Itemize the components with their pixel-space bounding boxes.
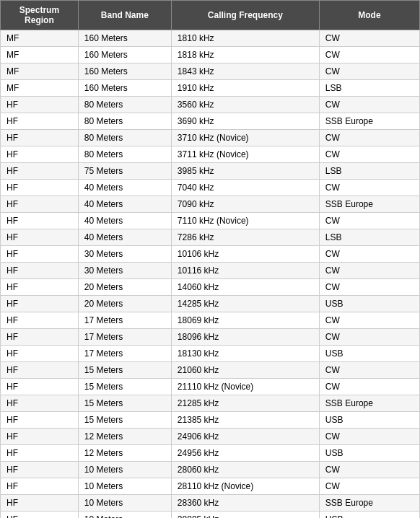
cell-mode: CW <box>319 180 419 196</box>
col-header-band: Band Name <box>78 1 171 30</box>
cell-spectrum: HF <box>1 229 79 246</box>
cell-frequency: 3710 kHz (Novice) <box>171 130 319 146</box>
cell-mode: SSB Europe <box>319 196 419 213</box>
cell-frequency: 1818 kHz <box>171 47 319 63</box>
cell-band: 20 Meters <box>78 296 171 312</box>
cell-band: 17 Meters <box>78 346 171 362</box>
table-row: MF160 Meters1843 kHzCW <box>1 63 420 80</box>
cell-mode: USB <box>319 296 419 312</box>
cell-spectrum: HF <box>1 429 79 445</box>
cell-mode: CW <box>319 462 419 478</box>
cell-band: 80 Meters <box>78 130 171 146</box>
cell-frequency: 24906 kHz <box>171 429 319 445</box>
cell-frequency: 3560 kHz <box>171 97 319 113</box>
table-row: HF10 Meters28110 kHz (Novice)CW <box>1 478 420 495</box>
cell-mode: CW <box>319 478 419 495</box>
cell-band: 15 Meters <box>78 412 171 429</box>
cell-mode: CW <box>319 130 419 146</box>
table-row: HF40 Meters7040 kHzCW <box>1 180 420 196</box>
table-row: HF30 Meters10116 kHzCW <box>1 263 420 279</box>
cell-spectrum: HF <box>1 180 79 196</box>
table-row: HF20 Meters14285 kHzUSB <box>1 296 420 312</box>
table-row: MF160 Meters1818 kHzCW <box>1 47 420 63</box>
cell-band: 75 Meters <box>78 163 171 180</box>
cell-spectrum: HF <box>1 312 79 329</box>
table-row: HF10 Meters28060 kHzCW <box>1 462 420 478</box>
cell-mode: CW <box>319 246 419 263</box>
cell-mode: CW <box>319 312 419 329</box>
cell-band: 12 Meters <box>78 429 171 445</box>
table-row: HF15 Meters21110 kHz (Novice)CW <box>1 379 420 395</box>
table-row: HF12 Meters24956 kHzUSB <box>1 445 420 462</box>
col-header-mode: Mode <box>319 1 419 30</box>
cell-spectrum: HF <box>1 362 79 379</box>
cell-frequency: 21110 kHz (Novice) <box>171 379 319 395</box>
cell-frequency: 10106 kHz <box>171 246 319 263</box>
col-header-frequency: Calling Frequency <box>171 1 319 30</box>
cell-mode: CW <box>319 213 419 229</box>
cell-mode: CW <box>319 47 419 63</box>
cell-frequency: 14060 kHz <box>171 279 319 296</box>
cell-frequency: 7286 kHz <box>171 229 319 246</box>
cell-spectrum: HF <box>1 130 79 146</box>
table-row: HF15 Meters21060 kHzCW <box>1 362 420 379</box>
cell-mode: CW <box>319 362 419 379</box>
cell-band: 80 Meters <box>78 97 171 113</box>
table-row: MF160 Meters1810 kHzCW <box>1 30 420 47</box>
cell-spectrum: HF <box>1 379 79 395</box>
cell-frequency: 3711 kHz (Novice) <box>171 146 319 163</box>
cell-spectrum: HF <box>1 246 79 263</box>
cell-mode: CW <box>319 30 419 47</box>
cell-frequency: 7090 kHz <box>171 196 319 213</box>
table-row: HF17 Meters18096 kHzCW <box>1 329 420 346</box>
table-row: MF160 Meters1910 kHzLSB <box>1 80 420 97</box>
table-row: HF75 Meters3985 kHzLSB <box>1 163 420 180</box>
cell-mode: CW <box>319 63 419 80</box>
cell-band: 160 Meters <box>78 47 171 63</box>
cell-mode: CW <box>319 279 419 296</box>
cell-spectrum: HF <box>1 97 79 113</box>
cell-band: 40 Meters <box>78 229 171 246</box>
cell-mode: LSB <box>319 80 419 97</box>
table-row: HF10 Meters28885 kHzUSB <box>1 512 420 519</box>
cell-band: 30 Meters <box>78 246 171 263</box>
cell-mode: SSB Europe <box>319 395 419 412</box>
cell-band: 40 Meters <box>78 196 171 213</box>
table-row: HF80 Meters3710 kHz (Novice)CW <box>1 130 420 146</box>
cell-spectrum: HF <box>1 495 79 512</box>
cell-frequency: 1910 kHz <box>171 80 319 97</box>
col-header-spectrum: SpectrumRegion <box>1 1 79 30</box>
cell-frequency: 21385 kHz <box>171 412 319 429</box>
cell-spectrum: HF <box>1 478 79 495</box>
cell-spectrum: HF <box>1 412 79 429</box>
cell-frequency: 28060 kHz <box>171 462 319 478</box>
cell-frequency: 14285 kHz <box>171 296 319 312</box>
cell-mode: SSB Europe <box>319 495 419 512</box>
table-row: HF80 Meters3690 kHzSSB Europe <box>1 113 420 130</box>
table-row: HF17 Meters18069 kHzCW <box>1 312 420 329</box>
cell-spectrum: HF <box>1 146 79 163</box>
table-row: HF80 Meters3711 kHz (Novice)CW <box>1 146 420 163</box>
table-row: HF40 Meters7286 kHzLSB <box>1 229 420 246</box>
cell-band: 20 Meters <box>78 279 171 296</box>
cell-frequency: 21285 kHz <box>171 395 319 412</box>
cell-frequency: 3690 kHz <box>171 113 319 130</box>
cell-frequency: 1843 kHz <box>171 63 319 80</box>
table-row: HF20 Meters14060 kHzCW <box>1 279 420 296</box>
cell-spectrum: HF <box>1 213 79 229</box>
cell-mode: USB <box>319 412 419 429</box>
cell-spectrum: HF <box>1 163 79 180</box>
cell-spectrum: HF <box>1 329 79 346</box>
cell-band: 10 Meters <box>78 462 171 478</box>
cell-frequency: 7110 kHz (Novice) <box>171 213 319 229</box>
cell-band: 17 Meters <box>78 312 171 329</box>
cell-spectrum: HF <box>1 512 79 519</box>
cell-mode: LSB <box>319 163 419 180</box>
cell-band: 160 Meters <box>78 63 171 80</box>
table-row: HF40 Meters7090 kHzSSB Europe <box>1 196 420 213</box>
cell-band: 160 Meters <box>78 80 171 97</box>
table-row: HF15 Meters21385 kHzUSB <box>1 412 420 429</box>
cell-frequency: 18069 kHz <box>171 312 319 329</box>
cell-band: 30 Meters <box>78 263 171 279</box>
cell-mode: USB <box>319 445 419 462</box>
